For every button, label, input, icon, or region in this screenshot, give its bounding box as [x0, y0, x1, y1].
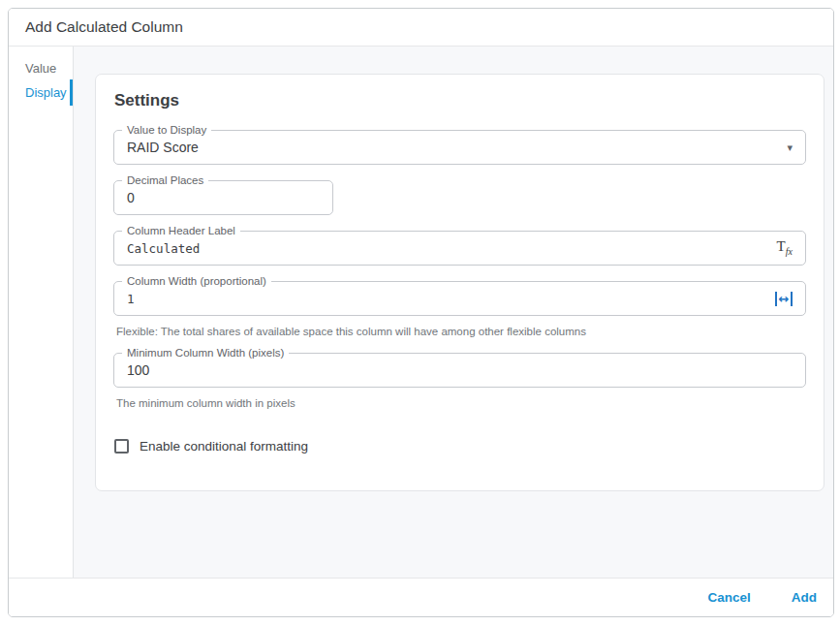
column-header-label-label: Column Header Label: [122, 224, 240, 238]
column-width-field[interactable]: Column Width (proportional) 1 ↔: [113, 281, 806, 316]
conditional-formatting-label: Enable conditional formatting: [140, 439, 308, 454]
column-width-value: 1: [127, 292, 135, 306]
sidebar-item-display-label: Display: [25, 85, 67, 100]
value-to-display-value: RAID Score: [127, 140, 199, 155]
conditional-formatting-row[interactable]: Enable conditional formatting: [114, 439, 806, 454]
add-calculated-column-dialog: Add Calculated Column Value Display Sett…: [8, 8, 834, 617]
sidebar-item-value[interactable]: Value: [9, 56, 73, 80]
text-formula-icon-fx: fx: [786, 246, 793, 257]
sidebar-item-value-label: Value: [25, 61, 56, 76]
text-formula-icon-t: T: [777, 238, 786, 254]
value-to-display-field[interactable]: Value to Display RAID Score ▾: [113, 130, 806, 165]
add-button[interactable]: Add: [792, 590, 817, 605]
dropdown-arrow-icon[interactable]: ▾: [787, 142, 793, 153]
sidebar-item-display[interactable]: Display: [9, 80, 73, 105]
column-width-helper-text: Flexible: The total shares of available …: [116, 325, 806, 338]
decimal-places-value: 0: [127, 190, 135, 205]
column-width-label: Column Width (proportional): [122, 274, 271, 289]
dialog-title: Add Calculated Column: [25, 18, 183, 36]
min-column-width-field[interactable]: Minimum Column Width (pixels) 100: [113, 353, 806, 388]
dialog-title-bar: Add Calculated Column: [9, 9, 833, 47]
value-to-display-label: Value to Display: [122, 123, 211, 138]
content-area: Settings Value to Display RAID Score ▾ D…: [74, 47, 833, 578]
dialog-footer: Cancel Add: [9, 578, 833, 616]
settings-card: Settings Value to Display RAID Score ▾ D…: [95, 74, 824, 491]
column-header-label-field[interactable]: Column Header Label Calculated Tfx: [113, 231, 806, 266]
dialog-body: Value Display Settings Value to Display …: [9, 47, 833, 578]
min-column-width-helper-text: The minimum column width in pixels: [116, 396, 806, 410]
min-column-width-value: 100: [127, 362, 149, 378]
text-formula-icon[interactable]: Tfx: [777, 239, 793, 257]
cancel-button[interactable]: Cancel: [707, 590, 750, 605]
conditional-formatting-checkbox[interactable]: [114, 439, 129, 454]
min-column-width-label: Minimum Column Width (pixels): [122, 346, 289, 360]
column-width-icon[interactable]: ↔: [775, 292, 793, 306]
settings-heading: Settings: [114, 90, 806, 111]
sidebar: Value Display: [9, 47, 74, 578]
decimal-places-label: Decimal Places: [122, 173, 208, 188]
decimal-places-field[interactable]: Decimal Places 0: [113, 180, 333, 215]
column-header-label-value: Calculated: [127, 241, 200, 256]
